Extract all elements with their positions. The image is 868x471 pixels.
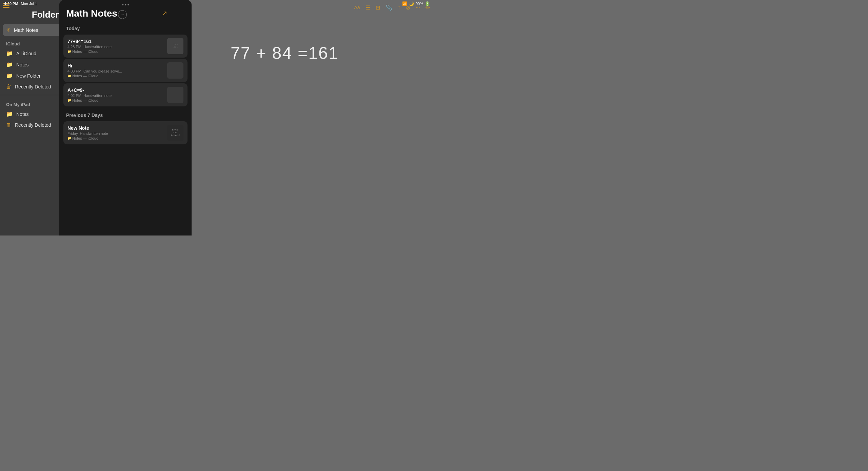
folder-icon: 📁 — [6, 111, 13, 117]
note-meta-new: Friday Handwritten note — [67, 131, 164, 136]
note-meta-hi: 4:03 PM Can you please solve... — [67, 69, 164, 73]
note-time: 4:03 PM — [67, 69, 81, 73]
note-subtitle: Can you please solve... — [83, 69, 122, 73]
math-notes-icon: ✳ — [6, 27, 11, 33]
thumbnail-content-new: E=A+3C=2E=1M=12 — [170, 128, 181, 138]
wifi-icon: 📶 — [402, 1, 407, 6]
note-thumbnail-ac9 — [167, 87, 183, 103]
status-date: Mon Jul 1 — [21, 2, 37, 6]
note-thumbnail-new: E=A+3C=2E=1M=12 — [167, 125, 183, 141]
moon-icon: 🌙 — [409, 1, 414, 6]
today-section-label: Today — [59, 22, 192, 33]
note-folder-label: Notes — iCloud — [72, 74, 98, 78]
folder-icon: 📁 — [6, 61, 13, 68]
note-item-a-c-9[interactable]: A+C=9- 4:02 PM Handwritten note 📁 Notes … — [63, 83, 188, 106]
note-meta-77: 4:28 PM Handwritten note — [67, 45, 164, 49]
folder-icon: 📁 — [6, 50, 13, 57]
trash-icon: 🗑 — [6, 122, 12, 128]
note-time: Friday — [67, 131, 78, 136]
status-right: 📶 🌙 90% 🔋 — [402, 1, 430, 6]
note-folder: 📁 Notes — iCloud — [67, 74, 164, 78]
note-meta-ac9: 4:02 PM Handwritten note — [67, 94, 164, 98]
note-item-text: New Note Friday Handwritten note 📁 Notes… — [67, 125, 164, 140]
note-item-text: 77+84=161 4:28 PM Handwritten note 📁 Not… — [67, 39, 164, 54]
folder-icon: 📁 — [6, 73, 13, 79]
note-thumbnail-hi — [167, 62, 183, 79]
battery-percent: 90% — [416, 2, 423, 6]
back-diagonal-arrow[interactable]: ↗ — [162, 9, 167, 17]
note-folder-label: Notes — iCloud — [72, 49, 98, 54]
folder-small-icon: 📁 — [67, 74, 71, 78]
note-subtitle: Handwritten note — [83, 94, 112, 98]
note-folder-label: Notes — iCloud — [72, 136, 98, 140]
note-folder: 📁 Notes — iCloud — [67, 136, 164, 140]
prev-7-days-section-label: Previous 7 Days — [59, 109, 192, 120]
thumbnail-content: 77+84=161 — [173, 43, 178, 49]
trash-icon: 🗑 — [6, 84, 12, 90]
svg-text:77 + 84 =161: 77 + 84 =161 — [231, 44, 339, 63]
note-item-77-84-161[interactable]: 77+84=161 4:28 PM Handwritten note 📁 Not… — [63, 35, 188, 58]
overflow-menu-button[interactable]: ··· — [118, 10, 127, 19]
note-time: 4:02 PM — [67, 94, 81, 98]
note-folder: 📁 Notes — iCloud — [67, 98, 164, 102]
handwritten-math: 77 + 84 =161 — [231, 39, 339, 67]
note-canvas: 77 + 84 =161 — [156, 15, 434, 236]
note-item-hi[interactable]: Hi 4:03 PM Can you please solve... 📁 Not… — [63, 59, 188, 82]
on-my-ipad-section-title: On My iPad — [6, 102, 30, 107]
folder-small-icon: 📁 — [67, 50, 71, 53]
note-title-ac9: A+C=9- — [67, 87, 164, 93]
icloud-section-title: iCloud — [6, 41, 20, 46]
folder-small-icon: 📁 — [67, 137, 71, 140]
note-subtitle: Handwritten note — [83, 45, 112, 49]
note-title-77: 77+84=161 — [67, 39, 164, 44]
sidebar-title: Folders — [32, 9, 64, 20]
status-bar: 4:29 PM Mon Jul 1 📶 🌙 90% 🔋 — [0, 0, 434, 7]
note-item-text: Hi 4:03 PM Can you please solve... 📁 Not… — [67, 63, 164, 78]
note-title-new: New Note — [67, 125, 164, 131]
note-title-hi: Hi — [67, 63, 164, 68]
note-time: 4:28 PM — [67, 45, 81, 49]
battery-icon: 🔋 — [425, 1, 430, 6]
note-thumbnail-77: 77+84=161 — [167, 38, 183, 54]
status-time: 4:29 PM — [4, 2, 18, 6]
folder-small-icon: 📁 — [67, 99, 71, 102]
note-folder: 📁 Notes — iCloud — [67, 49, 164, 54]
note-folder-label: Notes — iCloud — [72, 98, 98, 102]
note-list-panel: Math Notes Today 77+84=161 4:28 PM Handw… — [59, 0, 192, 236]
note-item-new-note[interactable]: New Note Friday Handwritten note 📁 Notes… — [63, 121, 188, 144]
note-subtitle: Handwritten note — [80, 131, 108, 136]
note-item-text: A+C=9- 4:02 PM Handwritten note 📁 Notes … — [67, 87, 164, 102]
